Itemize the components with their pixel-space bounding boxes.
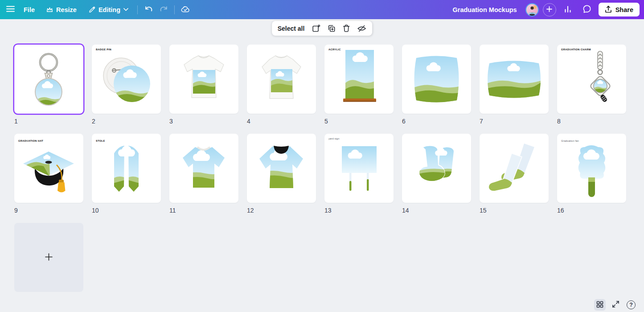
crown-icon: [46, 7, 53, 12]
page-number: 8: [557, 118, 626, 125]
insights-button[interactable]: [560, 0, 575, 19]
page-number: 11: [169, 207, 238, 214]
grid-view-icon: [596, 301, 603, 309]
yard-sign-mockup: [324, 134, 394, 203]
view-controls: ?: [594, 299, 637, 311]
square-pillow-mockup: [402, 45, 471, 114]
add-member-button[interactable]: [543, 3, 556, 16]
page-thumbnail-2[interactable]: BADGE PIN: [92, 45, 161, 114]
mockup-title-label: GRADUATION CHARM: [561, 48, 591, 51]
page-cell: GRADUATION HAT 9: [14, 134, 83, 223]
page-thumbnail-6[interactable]: [402, 45, 471, 114]
page-cell: BADGE PIN 2: [92, 45, 161, 134]
page-thumbnail-3[interactable]: [169, 45, 238, 114]
fullscreen-button[interactable]: [610, 299, 621, 311]
page-thumbnail-12[interactable]: [247, 134, 316, 203]
select-all-button[interactable]: Select all: [278, 25, 305, 32]
short-socks-mockup: [402, 134, 471, 203]
page-thumbnail-10[interactable]: STOLE: [92, 134, 161, 203]
page-number: 6: [402, 118, 471, 125]
page-thumbnail-11[interactable]: [169, 134, 238, 203]
mockup-title-label: BADGE PIN: [96, 48, 111, 51]
design-title[interactable]: Graduation Mockups: [452, 6, 517, 13]
page-thumbnail-1[interactable]: [14, 45, 83, 114]
file-menu-label: File: [24, 6, 35, 13]
share-button[interactable]: Share: [599, 3, 640, 16]
hamburger-menu-button[interactable]: [3, 0, 18, 19]
help-glyph: ?: [629, 302, 633, 308]
page-cell: 4: [247, 45, 316, 134]
page-thumbnail-16[interactable]: Graduation fan: [557, 134, 626, 203]
page-thumbnail-4[interactable]: [247, 45, 316, 114]
avatar[interactable]: [525, 3, 539, 16]
pencil-icon: [88, 6, 95, 13]
page-number: 16: [557, 207, 626, 214]
undo-icon: [144, 5, 153, 14]
redo-button[interactable]: [156, 0, 171, 19]
chevron-down-icon: [123, 8, 128, 11]
cloud-check-icon: [180, 5, 190, 14]
keychain-mockup: [14, 45, 83, 114]
resize-button[interactable]: Resize: [41, 0, 82, 19]
page-number: 10: [92, 207, 161, 214]
page-cell: 6: [402, 45, 471, 134]
grid-view-canvas: Select all: [0, 19, 644, 312]
duplicate-page-button[interactable]: [327, 24, 336, 33]
page-number: 15: [480, 207, 549, 214]
page-number: 7: [480, 118, 549, 125]
page-number: 14: [402, 207, 471, 214]
plus-icon: [546, 6, 552, 13]
tshirt-mockup: [247, 45, 316, 114]
mockup-title-label: Graduation fan: [561, 140, 579, 142]
selection-toolbar: Select all: [272, 21, 373, 36]
bar-chart-icon: [564, 5, 572, 14]
page-cell: [14, 223, 83, 312]
page-cell: 7: [480, 45, 549, 134]
page-cell: ACRYLIC 5: [324, 45, 394, 134]
page-number: 2: [92, 118, 161, 125]
page-thumbnail-13[interactable]: yard sign: [324, 134, 394, 203]
mockup-title-label: GRADUATION HAT: [18, 140, 43, 142]
page-thumbnail-5[interactable]: ACRYLIC: [324, 45, 394, 114]
editing-mode-button[interactable]: Editing: [82, 0, 134, 19]
delete-page-button[interactable]: [342, 24, 350, 33]
undo-button[interactable]: [141, 0, 156, 19]
comments-button[interactable]: [579, 0, 595, 19]
add-page-placeholder[interactable]: [14, 223, 83, 292]
cloud-save-status-button[interactable]: [178, 0, 193, 19]
page-thumbnail-8[interactable]: GRADUATION CHARM: [557, 45, 626, 114]
page-number: 9: [14, 207, 83, 214]
plus-icon: [45, 253, 53, 262]
topbar-right-group: Graduation Mockups Share: [452, 0, 640, 19]
page-number: 12: [247, 207, 316, 214]
page-number: 3: [169, 118, 238, 125]
page-thumbnail-14[interactable]: [402, 134, 471, 203]
pages-grid: 1 BADGE PIN 2: [14, 45, 626, 312]
acrylic-sign-mockup: [324, 45, 394, 114]
help-button[interactable]: ?: [625, 299, 637, 311]
page-cell: 3: [169, 45, 238, 134]
mockup-title-label: STOLE: [96, 140, 105, 142]
page-number: 1: [14, 118, 83, 125]
page-thumbnail-15[interactable]: [480, 134, 549, 203]
hide-page-button[interactable]: [357, 25, 366, 33]
page-number: 13: [324, 207, 394, 214]
stole-mockup: [92, 134, 161, 203]
page-cell: Graduation fan 16: [557, 134, 626, 223]
add-page-button[interactable]: [312, 24, 320, 33]
long-socks-mockup: [480, 134, 549, 203]
badge-pin-mockup: [92, 45, 161, 114]
avatar-person-graphic: [526, 4, 538, 16]
share-button-label: Share: [615, 6, 633, 13]
upload-icon: [605, 5, 612, 14]
page-thumbnail-9[interactable]: GRADUATION HAT: [14, 134, 83, 203]
hamburger-icon: [6, 6, 15, 13]
page-cell: 1: [14, 45, 83, 134]
topbar-divider: [174, 5, 175, 14]
grid-view-button[interactable]: [594, 299, 606, 311]
page-thumbnail-7[interactable]: [480, 45, 549, 114]
allover-print-tee-mockup: [169, 134, 238, 203]
hand-fan-mockup: [557, 134, 626, 203]
file-menu-button[interactable]: File: [18, 0, 41, 19]
page-cell: 11: [169, 134, 238, 223]
